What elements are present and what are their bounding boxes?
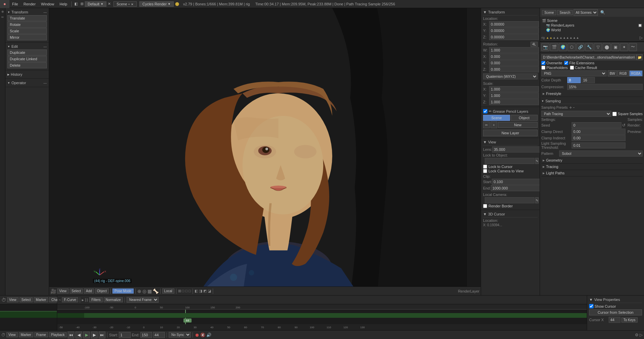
gp-object-btn[interactable]: Object bbox=[511, 115, 538, 121]
lock-object-input[interactable] bbox=[485, 158, 535, 164]
rl-icon-10[interactable]: ▲ bbox=[576, 36, 579, 39]
sampling-header[interactable]: ▼ Sampling bbox=[541, 98, 643, 104]
material-icon-btn[interactable]: ⬤ bbox=[603, 43, 611, 51]
gp-edit-icon[interactable]: ✏ bbox=[483, 122, 490, 128]
tracing-section[interactable]: ▶ Tracing bbox=[541, 164, 643, 170]
freestyle-section[interactable]: ▶ Freestyle bbox=[541, 91, 643, 97]
end-input[interactable] bbox=[140, 332, 152, 338]
menu-file[interactable]: File bbox=[9, 1, 21, 7]
light-sampling-input[interactable] bbox=[572, 142, 625, 148]
timeline-mode-icon[interactable]: ⏱ bbox=[1, 333, 5, 337]
rl-icon-9[interactable]: ▲ bbox=[573, 36, 576, 39]
scene-icon-btn[interactable]: 🎬 bbox=[550, 43, 558, 51]
current-frame-input[interactable] bbox=[153, 332, 165, 338]
rotation-4l[interactable]: 4L bbox=[531, 42, 538, 47]
pb-playback-btn[interactable]: Playback bbox=[49, 332, 67, 337]
render-icon-btn[interactable]: 📷 bbox=[541, 43, 549, 51]
rl-icon-2[interactable]: ▲ bbox=[549, 36, 552, 39]
search-icon[interactable]: 🔍 bbox=[600, 10, 605, 15]
local-btn[interactable]: Local bbox=[162, 289, 174, 294]
lock-camera-checkbox[interactable] bbox=[483, 169, 487, 173]
normalize-btn[interactable]: Normalize bbox=[104, 297, 123, 302]
presets-del-icon[interactable]: - bbox=[573, 105, 575, 110]
viewport-icon2[interactable]: ◎ bbox=[142, 289, 146, 294]
overwrite-checkbox[interactable] bbox=[541, 61, 545, 65]
search-tab[interactable]: Search bbox=[557, 10, 573, 15]
compression-input[interactable] bbox=[567, 84, 643, 90]
view-section-header[interactable]: ▼ View bbox=[483, 139, 538, 145]
lock-edit-btn[interactable]: ✎ bbox=[535, 158, 539, 164]
rot-y-input[interactable] bbox=[489, 60, 539, 66]
render-engine-selector[interactable]: Cycles Render ▼ bbox=[139, 1, 174, 7]
rotate-btn[interactable]: Rotate bbox=[7, 22, 47, 28]
rot-w-input[interactable] bbox=[489, 47, 539, 53]
view-menu-btn[interactable]: View bbox=[57, 289, 69, 294]
format-select[interactable]: PNG bbox=[541, 70, 607, 76]
side-icon-transform[interactable]: ⊕ bbox=[0, 9, 5, 14]
pattern-select[interactable]: Sobol bbox=[559, 150, 643, 157]
cursor-from-selection-btn[interactable]: Cursor from Selection bbox=[589, 309, 642, 315]
render-layers-item[interactable]: 📷 RenderLayers 🔲 bbox=[541, 23, 643, 28]
seed-random-icon[interactable]: ↺ bbox=[622, 123, 625, 128]
mute-btn[interactable]: 🔇 bbox=[200, 333, 205, 337]
texture-icon-btn[interactable]: ▣ bbox=[611, 43, 619, 51]
world-item[interactable]: 🌍 World bbox=[541, 28, 643, 32]
particles-icon-btn[interactable]: ✦ bbox=[620, 43, 628, 51]
scale-y-input[interactable] bbox=[489, 93, 539, 99]
workspace-selector[interactable]: Default ▼ bbox=[85, 1, 107, 7]
lens-input[interactable] bbox=[492, 146, 540, 152]
viewport-icon3[interactable]: ▦ bbox=[147, 289, 152, 294]
tl-select-btn[interactable]: Select bbox=[20, 297, 33, 302]
clip-end-input[interactable] bbox=[491, 185, 540, 191]
modifier-icon-btn[interactable]: 🔧 bbox=[585, 43, 593, 51]
jump-end-btn[interactable]: ⏭ bbox=[99, 332, 105, 338]
scenes-select[interactable]: All Scenes bbox=[574, 9, 598, 16]
view-props-header[interactable]: ▼ View Properties bbox=[589, 297, 642, 303]
file-path-btn[interactable]: 📁 bbox=[637, 54, 643, 60]
location-y-input[interactable] bbox=[489, 28, 539, 34]
rot-z-input[interactable] bbox=[489, 66, 539, 72]
frame-select[interactable]: Nearest Frame bbox=[127, 297, 159, 303]
rl-icon-4[interactable]: ▲ bbox=[556, 36, 559, 39]
timeline-canvas[interactable]: -100 -50 0 50 100 150 200 bbox=[57, 304, 587, 324]
pb-view-btn[interactable]: View bbox=[6, 332, 18, 337]
placeholders-checkbox[interactable] bbox=[541, 66, 545, 70]
constraint-icon-btn[interactable]: 🔗 bbox=[576, 43, 584, 51]
rl-icon-8[interactable]: ▲ bbox=[569, 36, 572, 39]
light-paths-section[interactable]: ▶ Light Paths bbox=[541, 170, 643, 176]
cursor-section-header[interactable]: ▼ 3D Cursor bbox=[483, 211, 538, 217]
select-menu-btn[interactable]: Select bbox=[70, 289, 83, 294]
scale-x-input[interactable] bbox=[489, 86, 539, 92]
viewport-camera-icon[interactable]: 🎥 bbox=[50, 289, 56, 294]
viewport[interactable]: (44) rig - DEF-spine.006 X Y Z 🎥 View Se… bbox=[49, 8, 481, 295]
bw-btn[interactable]: BW bbox=[608, 70, 617, 76]
lock-cursor-checkbox[interactable] bbox=[483, 165, 487, 169]
rgba-btn[interactable]: RGBA bbox=[629, 70, 643, 76]
presets-add-icon[interactable]: + bbox=[569, 105, 572, 110]
pb-frame-btn[interactable]: Frame bbox=[34, 332, 48, 337]
gp-scene-btn[interactable]: Scene bbox=[483, 115, 510, 121]
object-menu-btn[interactable]: Object bbox=[95, 289, 109, 294]
fcurve-btn[interactable]: F-Curve bbox=[62, 297, 78, 302]
transform-header[interactable]: ▼ Transform — bbox=[7, 9, 47, 15]
pb-marker-btn[interactable]: Marker bbox=[19, 332, 33, 337]
viewport-icon1[interactable]: ⊕ bbox=[137, 289, 141, 294]
expand-icon[interactable]: ▷ bbox=[640, 35, 643, 40]
rl-icon-3[interactable]: ▲ bbox=[553, 36, 556, 39]
cursor-x-input[interactable] bbox=[609, 317, 620, 323]
history-header[interactable]: ▶ History bbox=[7, 72, 47, 77]
translate-btn[interactable]: Translate bbox=[7, 15, 47, 21]
location-x-input[interactable] bbox=[489, 21, 539, 27]
jump-start-btn[interactable]: ⏮ bbox=[68, 332, 74, 338]
physics-icon-btn[interactable]: 〜 bbox=[629, 43, 637, 51]
delete-btn[interactable]: Delete bbox=[7, 62, 47, 68]
gp-new-layer-btn[interactable]: New Layer bbox=[483, 130, 538, 136]
mirror-btn[interactable]: Mirror bbox=[7, 34, 47, 40]
viewport-icon4[interactable]: 🦴 bbox=[153, 289, 159, 294]
rl-icon-6[interactable]: ▲ bbox=[563, 36, 566, 39]
object-icon-btn[interactable]: ⬡ bbox=[568, 43, 576, 51]
rot-x-input[interactable] bbox=[489, 54, 539, 60]
cache-result-checkbox[interactable] bbox=[570, 66, 574, 70]
fcurve-icon[interactable]: ~ bbox=[59, 298, 61, 302]
scale-z-input[interactable] bbox=[489, 99, 539, 105]
